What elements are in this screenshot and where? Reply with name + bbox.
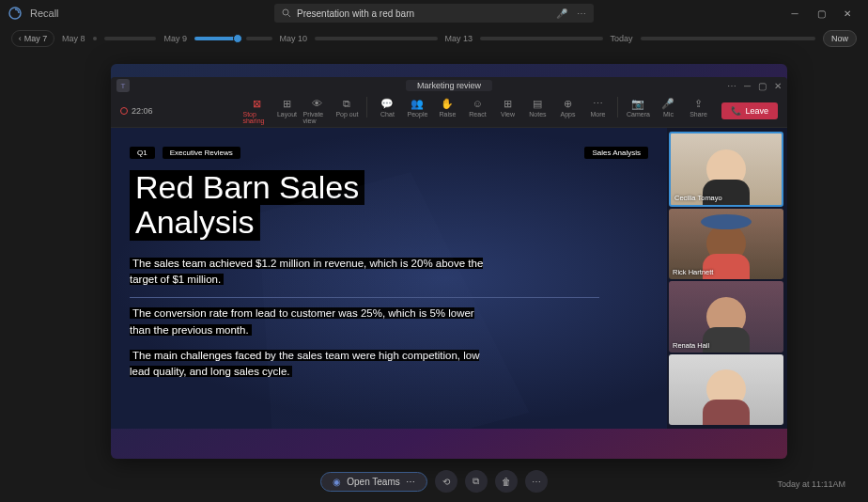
slide-title: Red Barn Sales Analysis <box>130 170 648 241</box>
more-icon: ⋯ <box>593 97 603 110</box>
teams-body: Q1 Executive Reviews Sales Analysis Red … <box>111 128 787 429</box>
timeline-back-label: May 7 <box>24 34 48 43</box>
share-icon: ⇪ <box>694 97 703 110</box>
mic-button[interactable]: 🎤Mic <box>654 97 682 124</box>
hand-icon: ✋ <box>441 97 454 110</box>
minimize-button[interactable]: ─ <box>782 0 808 26</box>
slide-title-line: Analysis <box>130 205 260 240</box>
timeline-day-label: May 10 <box>280 34 308 43</box>
chat-icon: 💬 <box>380 97 394 110</box>
chat-button[interactable]: 💬Chat <box>373 97 401 124</box>
slide-divider <box>130 297 599 298</box>
recall-app-icon <box>8 6 23 21</box>
popout-button[interactable]: ⧉Pop out <box>333 97 361 124</box>
open-teams-button[interactable]: ◉ Open Teams ⋯ <box>320 472 427 492</box>
timeline-day-label: May 13 <box>445 34 473 43</box>
copy-button[interactable]: ⧉ <box>465 470 488 493</box>
slide-title-line: Red Barn Sales <box>130 170 364 205</box>
overflow-button[interactable]: ⋯ <box>525 470 548 493</box>
layout-icon: ⊞ <box>283 97 291 110</box>
participant-tile[interactable]: Cecilia Tomayo <box>669 132 783 207</box>
delete-button[interactable]: 🗑 <box>495 470 518 493</box>
more-icon: ⋯ <box>532 477 541 487</box>
private-view-button[interactable]: 👁Private view <box>302 97 331 124</box>
apps-button[interactable]: ⊕Apps <box>553 97 581 124</box>
svg-point-1 <box>283 9 288 15</box>
people-icon: 👥 <box>411 97 424 110</box>
app-name: Recall <box>30 8 59 19</box>
timeline-segment[interactable] <box>93 37 97 40</box>
notes-button[interactable]: ▤Notes <box>523 97 551 124</box>
tool-label: Layout <box>277 111 297 118</box>
stop-sharing-button[interactable]: ⊠Stop sharing <box>242 97 271 124</box>
teams-close-button[interactable]: ✕ <box>774 81 782 91</box>
participant-tile[interactable]: Renata Hall <box>669 281 783 353</box>
tool-label: People <box>408 111 428 118</box>
timeline-now-button[interactable]: Now <box>823 30 857 47</box>
search-more-icon[interactable]: ⋯ <box>577 8 586 19</box>
search-bar[interactable]: 🎤 ⋯ <box>274 4 594 23</box>
eye-icon: 👁 <box>312 97 322 110</box>
more-button[interactable]: ⋯More <box>583 97 612 124</box>
react-button[interactable]: ☺React <box>463 97 491 124</box>
tool-label: Chat <box>380 111 395 118</box>
participant-tile[interactable]: Rick Hartnett <box>669 209 783 280</box>
camera-icon: 📷 <box>631 97 644 110</box>
camera-button[interactable]: 📷Camera <box>624 97 652 124</box>
view-button[interactable]: ⊞View <box>493 97 521 124</box>
timeline-back-button[interactable]: ‹ May 7 <box>11 30 54 47</box>
stop-icon: ⊠ <box>253 97 261 110</box>
presentation-slide: Q1 Executive Reviews Sales Analysis Red … <box>111 128 667 429</box>
chevron-left-icon: ‹ <box>19 34 22 43</box>
maximize-button[interactable]: ▢ <box>808 0 834 26</box>
timeline-segment[interactable] <box>104 37 157 40</box>
slide-tag-section: Executive Reviews <box>163 147 240 159</box>
popout-icon: ⧉ <box>343 97 350 110</box>
leave-label: Leave <box>745 106 768 116</box>
more-icon[interactable]: ⋯ <box>406 477 415 487</box>
participant-name: Renata Hall <box>673 341 709 350</box>
tool-label: Raise <box>440 111 457 118</box>
timeline: ‹ May 7 May 8 May 9 May 10 May 13 Today … <box>0 26 868 51</box>
timeline-active-segment[interactable] <box>194 37 239 40</box>
refresh-button[interactable]: ⟲ <box>435 470 457 493</box>
close-button[interactable]: ✕ <box>834 0 860 26</box>
teams-more-icon[interactable]: ⋯ <box>727 81 736 91</box>
teams-toolbar: 22:06 ⊠Stop sharing ⊞Layout 👁Private vie… <box>111 94 787 128</box>
tool-label: Pop out <box>335 111 358 118</box>
timeline-segment[interactable] <box>246 37 272 40</box>
mic-icon: 🎤 <box>661 97 674 110</box>
timeline-thumb[interactable] <box>233 34 242 43</box>
raise-button[interactable]: ✋Raise <box>433 97 461 124</box>
tool-label: View <box>501 111 515 118</box>
timeline-segment[interactable] <box>641 37 815 40</box>
teams-maximize-button[interactable]: ▢ <box>758 81 767 91</box>
teams-app-icon: T <box>116 79 130 92</box>
timeline-segment[interactable] <box>315 37 438 40</box>
mic-icon[interactable]: 🎤 <box>556 8 567 19</box>
tool-label: Camera <box>627 111 650 118</box>
share-button[interactable]: ⇪Share <box>684 97 712 124</box>
svg-line-2 <box>288 15 291 18</box>
tool-label: Private view <box>302 111 331 124</box>
participant-name: Cecilia Tomayo <box>674 194 722 202</box>
search-input[interactable] <box>297 8 550 19</box>
trash-icon: 🗑 <box>502 477 511 487</box>
tool-label: Share <box>690 111 707 118</box>
participants-panel: Cecilia Tomayo Rick Hartnett Renata Hall <box>667 128 787 429</box>
search-icon <box>282 8 291 18</box>
layout-button[interactable]: ⊞Layout <box>272 97 301 124</box>
recording-time: 22:06 <box>132 106 153 116</box>
recall-preview-window: T Marketing review ⋯ ─ ▢ ✕ 22:06 ⊠Stop s… <box>111 64 787 459</box>
teams-minimize-button[interactable]: ─ <box>744 81 751 91</box>
people-button[interactable]: 👥People <box>403 97 431 124</box>
tool-label: Mic <box>663 111 674 118</box>
tool-label: More <box>590 111 605 118</box>
slide-paragraph: The conversion rate from lead to custome… <box>130 306 487 338</box>
participant-tile[interactable] <box>669 354 783 426</box>
tool-label: Apps <box>560 111 575 118</box>
plus-icon: ⊕ <box>564 97 572 110</box>
timeline-segment[interactable] <box>480 37 603 40</box>
snapshot-timestamp: Today at 11:11AM <box>777 479 845 489</box>
leave-button[interactable]: 📞 Leave <box>721 102 778 119</box>
